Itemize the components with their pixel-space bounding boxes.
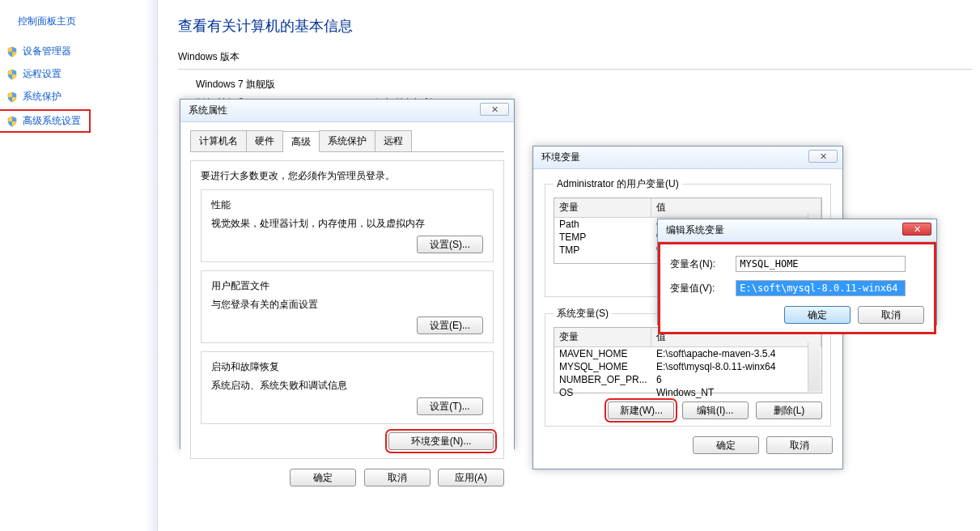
system-delete-button[interactable]: 删除(L)	[756, 401, 822, 419]
system-properties-dialog: 系统属性 ✕ 计算机名 硬件 高级 系统保护 远程 要进行大多数更改，您必须作为…	[180, 99, 515, 449]
performance-settings-button[interactable]: 设置(S)...	[417, 236, 483, 253]
table-row[interactable]: NUMBER_OF_PR...6	[554, 373, 821, 386]
env-titlebar[interactable]: 环境变量 ✕	[533, 147, 842, 169]
var-value-label: 变量值(V):	[670, 282, 733, 295]
shield-icon	[6, 46, 18, 57]
tab-remote[interactable]: 远程	[375, 130, 412, 151]
var-name-label: 变量名(N):	[670, 257, 733, 271]
user-variables-legend: Administrator 的用户变量(U)	[554, 177, 682, 191]
tab-hardware[interactable]: 硬件	[246, 130, 283, 151]
windows-version-header: Windows 版本	[178, 50, 972, 70]
sidebar-item-label: 远程设置	[23, 67, 62, 81]
sidebar-item-remote[interactable]: 远程设置	[0, 64, 157, 84]
edit-titlebar[interactable]: 编辑系统变量 ✕	[658, 219, 936, 242]
edit-ok-button[interactable]: 确定	[784, 306, 851, 324]
edit-variable-dialog: 编辑系统变量 ✕ 变量名(N): 变量值(V): 确定 取消	[657, 219, 937, 325]
startup-settings-button[interactable]: 设置(T)...	[417, 397, 483, 415]
system-new-button[interactable]: 新建(W)...	[608, 401, 674, 419]
page-title: 查看有关计算机的基本信息	[178, 16, 972, 36]
user-profiles-title: 用户配置文件	[211, 279, 483, 293]
sidebar-item-protection[interactable]: 系统保护	[0, 87, 157, 107]
env-ok-button[interactable]: 确定	[693, 436, 759, 454]
system-edit-button[interactable]: 编辑(I)...	[682, 401, 749, 419]
windows-version-line: Windows 7 旗舰版	[196, 78, 972, 91]
user-profiles-desc: 与您登录有关的桌面设置	[211, 298, 483, 312]
tab-advanced[interactable]: 高级	[282, 131, 320, 152]
edit-cancel-button[interactable]: 取消	[858, 306, 924, 324]
user-profiles-settings-button[interactable]: 设置(E)...	[417, 316, 483, 334]
sidebar-item-label: 系统保护	[23, 90, 62, 104]
env-cancel-button[interactable]: 取消	[766, 436, 833, 454]
startup-desc: 系统启动、系统失败和调试信息	[211, 379, 483, 393]
ok-button[interactable]: 确定	[290, 469, 356, 486]
scrollbar[interactable]	[808, 342, 821, 392]
shield-icon	[6, 91, 18, 103]
admin-note: 要进行大多数更改，您必须作为管理员登录。	[201, 169, 494, 183]
dialog-title: 系统属性	[189, 104, 227, 117]
environment-variables-button[interactable]: 环境变量(N)...	[388, 432, 494, 450]
col-val: 值	[651, 198, 821, 217]
col-var: 变量	[554, 328, 651, 346]
cancel-button[interactable]: 取消	[364, 469, 431, 486]
shield-icon	[6, 116, 18, 127]
var-value-input[interactable]	[736, 280, 906, 296]
table-row[interactable]: OSWindows_NT	[554, 386, 821, 399]
shield-icon	[6, 69, 18, 80]
sidebar-item-label: 高级系统设置	[23, 114, 81, 128]
col-var: 变量	[554, 198, 651, 217]
system-variables-legend: 系统变量(S)	[554, 307, 612, 321]
tabstrip: 计算机名 硬件 高级 系统保护 远程	[190, 130, 504, 152]
user-profiles-group: 用户配置文件 与您登录有关的桌面设置 设置(E)...	[201, 270, 494, 343]
close-icon[interactable]: ✕	[902, 223, 931, 236]
sidebar-item-advanced-system[interactable]: 高级系统设置	[0, 109, 91, 133]
performance-group: 性能 视觉效果，处理器计划，内存使用，以及虚拟内存 设置(S)...	[201, 189, 494, 262]
system-variables-list[interactable]: 变量值 MAVEN_HOMEE:\soft\apache-maven-3.5.4…	[554, 327, 822, 393]
performance-desc: 视觉效果，处理器计划，内存使用，以及虚拟内存	[211, 217, 483, 231]
sidebar-item-device-manager[interactable]: 设备管理器	[0, 41, 157, 62]
sidebar: 控制面板主页 设备管理器 远程设置 系统保护 高级系统设置	[0, 0, 158, 531]
performance-title: 性能	[211, 198, 483, 212]
sidebar-item-label: 设备管理器	[23, 45, 71, 58]
startup-title: 启动和故障恢复	[211, 360, 483, 374]
var-name-input[interactable]	[736, 256, 906, 272]
table-row[interactable]: MYSQL_HOMEE:\soft\mysql-8.0.11-winx64	[554, 360, 821, 373]
close-icon[interactable]: ✕	[808, 150, 838, 163]
control-panel-home-link[interactable]: 控制面板主页	[18, 15, 157, 28]
table-row[interactable]: MAVEN_HOMEE:\soft\apache-maven-3.5.4	[554, 347, 821, 360]
tab-computer-name[interactable]: 计算机名	[190, 130, 247, 151]
apply-button[interactable]: 应用(A)	[438, 469, 504, 486]
tab-protection[interactable]: 系统保护	[319, 130, 375, 151]
dialog-title: 环境变量	[541, 151, 580, 164]
startup-group: 启动和故障恢复 系统启动、系统失败和调试信息 设置(T)...	[201, 351, 494, 424]
close-icon[interactable]: ✕	[480, 103, 509, 116]
system-properties-titlebar[interactable]: 系统属性 ✕	[180, 100, 514, 122]
dialog-title: 编辑系统变量	[666, 223, 724, 237]
